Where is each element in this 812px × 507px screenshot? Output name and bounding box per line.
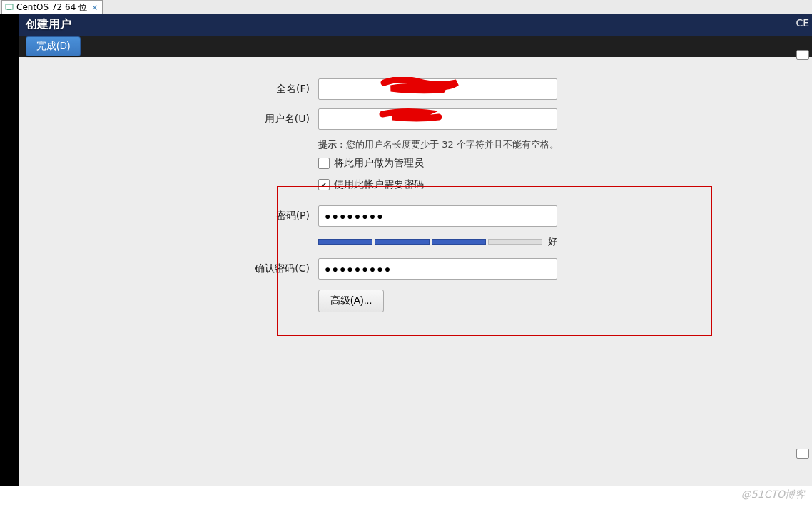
confirm-password-input[interactable] bbox=[318, 258, 557, 280]
vm-tab-label: CentOS 72 64 位 bbox=[16, 1, 87, 14]
watermark: @51CTO博客 bbox=[741, 488, 805, 501]
username-hint: 提示：您的用户名长度要少于 32 个字符并且不能有空格。 bbox=[318, 138, 559, 151]
bottom-strip bbox=[0, 486, 812, 507]
vm-tab-centos[interactable]: CentOS 72 64 位 × bbox=[1, 0, 103, 14]
fullname-input[interactable] bbox=[318, 78, 557, 100]
keyboard-icon[interactable] bbox=[796, 50, 809, 60]
svg-rect-1 bbox=[7, 9, 11, 10]
svg-rect-0 bbox=[6, 4, 13, 9]
installer-header: 创建用户 完成(D) CE bbox=[19, 14, 812, 57]
create-user-form: 全名(F) 用户名(U) 提示：您的用户名长度要少于 32 个字符并且不能有空格… bbox=[147, 78, 783, 312]
vm-icon bbox=[5, 3, 14, 11]
confirm-password-label: 确认密码(C) bbox=[147, 262, 318, 275]
password-label: 密码(P) bbox=[147, 210, 318, 222]
password-input[interactable] bbox=[318, 205, 557, 227]
close-icon[interactable]: × bbox=[90, 3, 99, 12]
username-label: 用户名(U) bbox=[147, 113, 318, 126]
password-strength-meter bbox=[318, 239, 542, 245]
distro-label: CE bbox=[796, 17, 809, 29]
vm-tab-bar: CentOS 72 64 位 × bbox=[0, 0, 812, 14]
admin-checkbox[interactable] bbox=[318, 158, 330, 169]
keyboard-icon[interactable] bbox=[796, 449, 809, 459]
content-area: 全名(F) 用户名(U) 提示：您的用户名长度要少于 32 个字符并且不能有空格… bbox=[19, 57, 812, 507]
done-button[interactable]: 完成(D) bbox=[26, 36, 81, 56]
username-input[interactable] bbox=[318, 108, 557, 130]
page-title: 创建用户 bbox=[26, 17, 81, 32]
require-password-checkbox[interactable] bbox=[318, 179, 330, 190]
require-password-label: 使用此帐户需要密码 bbox=[334, 178, 424, 191]
admin-checkbox-label: 将此用户做为管理员 bbox=[334, 157, 424, 170]
vm-left-border bbox=[0, 14, 19, 501]
advanced-button[interactable]: 高级(A)... bbox=[318, 290, 384, 312]
fullname-label: 全名(F) bbox=[147, 83, 318, 96]
strength-label: 好 bbox=[548, 235, 557, 248]
